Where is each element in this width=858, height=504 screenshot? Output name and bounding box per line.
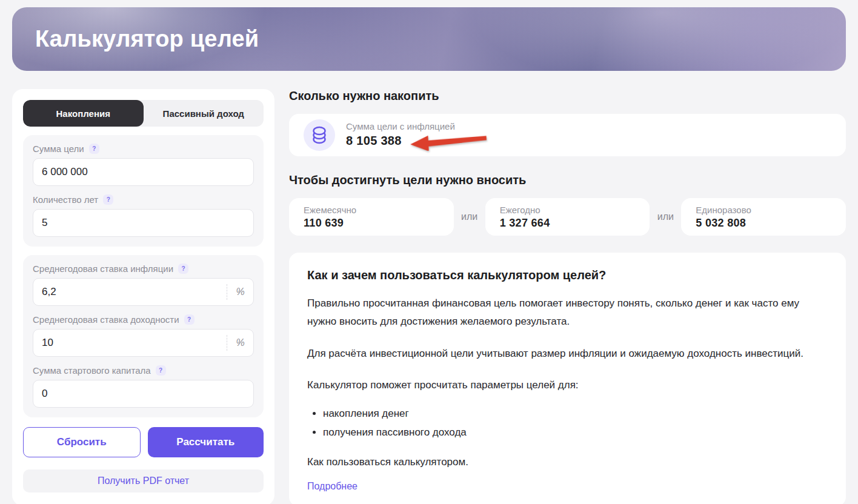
monthly-card: Ежемесячно 110 639	[289, 198, 454, 236]
contribute-section-heading: Чтобы достигнуть цели нужно вносить	[289, 173, 846, 187]
monthly-value: 110 639	[304, 217, 439, 230]
result-value: 8 105 388	[346, 134, 402, 148]
lump-sum-label: Единоразово	[696, 205, 831, 215]
reset-button[interactable]: Сбросить	[23, 427, 141, 457]
yearly-label: Ежегодно	[500, 205, 636, 215]
goal-amount-input[interactable]	[33, 159, 253, 185]
mode-tabs: Накопления Пассивный доход	[23, 100, 264, 127]
result-section-heading: Сколько нужно накопить	[289, 89, 846, 103]
start-capital-input[interactable]	[33, 380, 253, 407]
goal-fields-group: Сумма цели ? Количество лет ?	[23, 135, 264, 247]
pdf-report-button[interactable]: Получить PDF отчет	[23, 469, 264, 492]
result-text: Сумма цели с инфляцией 8 105 388	[346, 121, 488, 150]
more-details-link[interactable]: Подробнее	[307, 481, 358, 492]
years-input[interactable]	[33, 210, 253, 236]
percent-icon: %	[227, 335, 253, 351]
return-rate-input[interactable]	[33, 330, 227, 356]
coins-icon	[304, 119, 335, 151]
inflation-rate-label: Среднегодовая ставка инфляции	[33, 264, 173, 274]
inflation-rate-input[interactable]	[33, 279, 227, 305]
page-title: Калькулятор целей	[35, 26, 259, 52]
years-label: Количество лет	[33, 194, 98, 205]
tab-passive-income[interactable]: Пассивный доход	[144, 100, 264, 127]
help-icon[interactable]: ?	[89, 144, 99, 154]
help-icon[interactable]: ?	[156, 365, 166, 376]
info-paragraph-2: Для расчёта инвестиционной цели учитываю…	[307, 345, 828, 363]
info-list-intro: Калькулятор поможет просчитать параметры…	[307, 376, 828, 394]
form-actions: Сбросить Рассчитать	[23, 427, 264, 457]
inflation-rate-field: Среднегодовая ставка инфляции ? %	[33, 264, 254, 306]
tab-accumulation[interactable]: Накопления	[23, 100, 144, 127]
help-icon[interactable]: ?	[178, 264, 188, 274]
about-calculator-card: Как и зачем пользоваться калькулятором ц…	[289, 253, 846, 504]
monthly-label: Ежемесячно	[304, 205, 439, 215]
return-rate-field: Среднегодовая ставка доходности ? %	[33, 314, 254, 357]
result-label: Сумма цели с инфляцией	[346, 121, 488, 131]
yearly-value: 1 327 664	[500, 217, 636, 230]
years-field: Количество лет ?	[33, 194, 254, 237]
return-rate-label: Среднегодовая ставка доходности	[33, 314, 179, 325]
info-bullet: получения пассивного дохода	[323, 423, 828, 442]
rates-fields-group: Среднегодовая ставка инфляции ? % Средне…	[23, 255, 264, 417]
info-paragraph-1: Правильно просчитанная финансовая цель п…	[307, 294, 828, 331]
info-footer-text: Как пользоваться калькулятором.	[307, 453, 828, 471]
or-separator: или	[454, 211, 485, 222]
or-separator: или	[650, 211, 681, 222]
contribution-options: Ежемесячно 110 639 или Ежегодно 1 327 66…	[289, 198, 846, 236]
red-arrow-annotation	[410, 131, 488, 151]
lump-sum-value: 5 032 808	[696, 217, 831, 230]
calculate-button[interactable]: Рассчитать	[148, 427, 264, 457]
lump-sum-card: Единоразово 5 032 808	[681, 198, 846, 236]
yearly-card: Ежегодно 1 327 664	[485, 198, 650, 236]
goal-amount-label: Сумма цели	[33, 144, 84, 154]
calculator-panel: Накопления Пассивный доход Сумма цели ? …	[12, 89, 274, 504]
percent-icon: %	[227, 284, 253, 300]
help-icon[interactable]: ?	[184, 314, 195, 325]
info-heading: Как и зачем пользоваться калькулятором ц…	[307, 268, 828, 282]
info-bullet: накопления денег	[323, 404, 828, 423]
help-icon[interactable]: ?	[103, 194, 113, 205]
results-area: Сколько нужно накопить Сумма цели с инфл…	[289, 89, 846, 504]
content-layout: Накопления Пассивный доход Сумма цели ? …	[0, 71, 858, 504]
goal-with-inflation-card: Сумма цели с инфляцией 8 105 388	[289, 114, 846, 156]
start-capital-field: Сумма стартового капитала ?	[33, 365, 254, 408]
start-capital-label: Сумма стартового капитала	[33, 365, 151, 376]
page-header-banner: Калькулятор целей	[12, 7, 846, 71]
goal-amount-field: Сумма цели ?	[33, 144, 254, 186]
info-bullet-list: накопления денег получения пассивного до…	[323, 404, 828, 442]
